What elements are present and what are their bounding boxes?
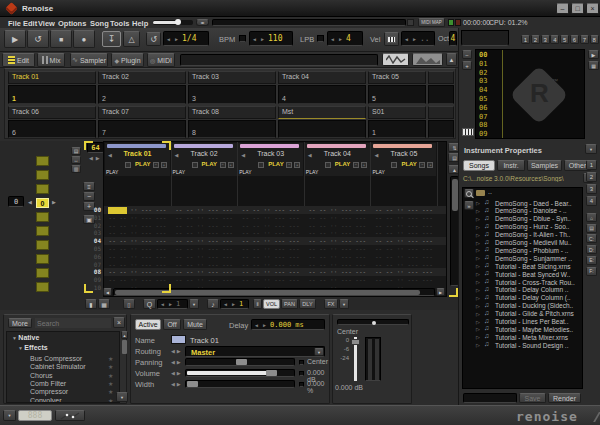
track-color-swatch[interactable] <box>171 335 186 344</box>
track-minus-box[interactable]: − <box>419 162 425 168</box>
sequence-slot-6[interactable] <box>36 240 49 250</box>
matrix-slot[interactable]: 7 <box>98 120 186 138</box>
pattern-cell[interactable]: -- -- ·· --- --- <box>371 206 436 214</box>
matrix-track-header[interactable]: Track 06 <box>8 106 96 119</box>
record-quantize-display[interactable]: ◀ ▶1 <box>157 299 188 309</box>
sequence-next-arrow[interactable]: ▶ <box>52 199 56 205</box>
instrument-slot-08[interactable]: 08 <box>479 121 487 129</box>
pattern-cell[interactable]: -- -- ·· --- --- <box>172 206 237 214</box>
width-spinner[interactable]: ◀▶ <box>171 381 183 387</box>
instrument-slot-06[interactable]: 06 <box>479 104 487 112</box>
matrix-slot[interactable]: 8 <box>188 120 276 138</box>
expand-arrow-icon[interactable]: ▷ <box>476 200 480 206</box>
pattern-cell[interactable]: -- -- ·· --- --- <box>105 222 170 230</box>
play-button[interactable]: ▶ <box>4 30 26 48</box>
volume-column-button[interactable]: VOL <box>263 299 280 309</box>
pattern-cell[interactable]: -- -- ·· --- --- <box>305 229 370 237</box>
automation-button[interactable] <box>55 410 85 421</box>
pattern-row[interactable]: -- -- ·· --- ----- -- ·· --- ----- -- ··… <box>104 214 447 222</box>
pattern-cell[interactable]: -- -- ·· --- --- <box>105 268 170 276</box>
sequencer-select-button[interactable]: ▥ <box>71 165 81 173</box>
pattern-cell[interactable]: -- -- ·· --- --- <box>305 214 370 222</box>
matrix-slot[interactable]: 1 <box>8 85 96 104</box>
pattern-cell[interactable]: -- -- ·· --- --- <box>172 214 237 222</box>
instrument-delete-button[interactable]: − <box>462 50 472 59</box>
volume-slider[interactable] <box>185 369 295 377</box>
disk-quick-slot-3[interactable]: 3 <box>586 184 597 194</box>
master-volume-knob[interactable] <box>175 19 181 25</box>
track-header[interactable]: ◀Track 02PLAY−+PLAY <box>172 143 237 176</box>
edit-step-display[interactable]: ◀ ▶1 <box>220 299 249 309</box>
lpb-checkbox[interactable] <box>317 35 324 42</box>
instrument-slot-07[interactable]: 07 <box>479 113 487 121</box>
width-slider[interactable] <box>185 380 295 388</box>
track-minus-box[interactable]: − <box>153 162 159 168</box>
track-active-button[interactable]: Active <box>135 319 161 330</box>
track-minus-box[interactable]: − <box>353 162 359 168</box>
preset-slot-3[interactable]: 3 <box>541 35 550 44</box>
pattern-cell[interactable]: -- -- ·· --- --- <box>238 222 303 230</box>
preset-slot-5[interactable]: 5 <box>560 35 569 44</box>
pattern-cell[interactable]: -- -- ·· --- --- <box>105 229 170 237</box>
expand-arrow-icon[interactable]: ▷ <box>476 326 480 332</box>
tab-plugin[interactable]: ◆ Plugin <box>111 53 144 67</box>
track-header[interactable]: ◀Track 05PLAY−+PLAY <box>371 143 436 176</box>
track-plus-box[interactable]: + <box>228 162 234 168</box>
pattern-cell[interactable]: -- -- ·· --- --- <box>172 222 237 230</box>
pattern-cell[interactable]: -- -- ·· --- --- <box>371 214 436 222</box>
matrix-track-header[interactable]: Track 07 <box>98 106 186 119</box>
expand-arrow-icon[interactable]: ▷ <box>476 342 480 348</box>
save-name-input[interactable] <box>463 393 517 403</box>
effect-item[interactable]: Convolver <box>30 397 62 404</box>
velocity-keyboard-button[interactable] <box>384 32 399 46</box>
track-play-button[interactable]: PLAY <box>401 161 416 167</box>
pattern-row[interactable]: -- -- ·· --- ----- -- ·· --- ----- -- ··… <box>104 276 447 284</box>
expand-arrow-icon[interactable]: ▷ <box>476 295 480 301</box>
vel-spinner[interactable]: ◀ ▶ <box>405 36 417 42</box>
track-plus-box[interactable]: + <box>427 162 433 168</box>
lpb-display[interactable]: ◀ ▶4 <box>327 31 363 46</box>
pattern-cell[interactable]: -- -- ·· --- --- <box>238 276 303 284</box>
pattern-cell[interactable]: -- -- ·· --- --- <box>305 206 370 214</box>
follow-player-button[interactable]: ↧ <box>102 31 121 47</box>
favorite-star-icon[interactable]: ★ <box>108 355 113 362</box>
instrument-slot-04[interactable]: 04 <box>479 86 487 94</box>
sequence-slot-3[interactable]: 0 <box>36 198 49 208</box>
file-item[interactable]: ▷♫Tutorial - Glide & Pitch.xrns <box>476 310 583 318</box>
folder-up-icon[interactable] <box>476 190 485 196</box>
track-scopes-button[interactable] <box>382 53 409 66</box>
track-header[interactable]: ◀Track 01PLAY−+PLAY <box>105 143 170 176</box>
pattern-cell[interactable]: -- -- ·· --- --- <box>238 206 303 214</box>
expand-arrow-icon[interactable]: ▷ <box>476 247 480 253</box>
pattern-follow-button[interactable]: ▯ <box>123 299 135 309</box>
expand-arrow-icon[interactable]: ▷ <box>476 303 480 309</box>
pattern-cell[interactable]: -- -- ·· --- --- <box>105 253 170 261</box>
midi-map-button[interactable]: MIDI MAP <box>418 18 445 27</box>
tree-scrollbar-thumb[interactable] <box>122 340 127 354</box>
record-quantize-spinner[interactable]: ◀ ▶ <box>161 301 173 307</box>
dsp-group-effects[interactable]: ▼ Effects <box>18 344 48 351</box>
disk-path[interactable]: C:\...noise 3.0.0\Resources\Songs\ <box>463 175 581 182</box>
pattern-cell[interactable]: -- -- ·· --- --- <box>238 253 303 261</box>
file-item[interactable]: ▷♫DemoSong - Danoise - .. <box>476 207 583 215</box>
file-item[interactable]: ▷♫Tutorial - Ducking (Sidech.. <box>476 302 583 310</box>
record-quantize-dropdown[interactable]: ▼ <box>189 299 199 309</box>
preset-slot-1[interactable]: 1 <box>521 35 530 44</box>
favorite-star-icon[interactable]: ★ <box>108 363 113 370</box>
disk-tab-samples[interactable]: Samples <box>527 160 562 171</box>
delay-display[interactable]: ◀ ▶0.000 ms <box>251 319 325 330</box>
volume-fader-thumb[interactable] <box>351 339 360 345</box>
sequencer-sync-button[interactable]: ↔ <box>71 156 81 164</box>
instrument-slot-01[interactable]: 01 <box>479 60 487 68</box>
sequence-slot-0[interactable] <box>36 156 49 166</box>
pattern-cell[interactable]: -- -- ·· --- --- <box>371 245 436 253</box>
pattern-cell[interactable]: -- -- ·· --- --- <box>305 276 370 284</box>
instrument-slot-09[interactable]: 09 <box>479 130 487 138</box>
pattern-cell[interactable]: -- -- ·· --- --- <box>305 253 370 261</box>
drive-button-d[interactable]: D: <box>586 245 597 254</box>
tab-mix[interactable]: Mix <box>37 53 65 67</box>
matrix-track-header[interactable]: Track 04 <box>278 71 366 84</box>
track-headroom-box[interactable] <box>125 162 131 168</box>
sequence-delete-button[interactable]: − <box>83 192 95 201</box>
effect-item[interactable]: Comb Filter <box>30 380 66 387</box>
